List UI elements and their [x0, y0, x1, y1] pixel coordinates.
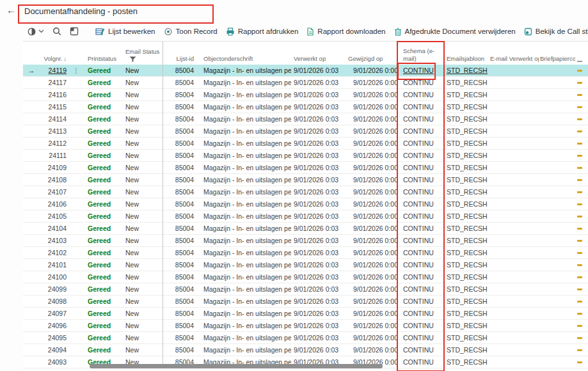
cell-verwerkt-op[interactable]: 9/01/2026 0:03 — [291, 186, 340, 198]
cell-gewijzigd-op[interactable]: 9/01/2026 0:00 — [340, 113, 402, 125]
cell-gewijzigd-op[interactable]: 9/01/2026 0:00 — [340, 198, 402, 210]
cell-emailsjabloon[interactable]: STD_RECSHIP — [443, 125, 488, 137]
cell-objectonderschrift[interactable]: Magazijn - In- en uitslagen per... — [198, 186, 291, 198]
cell-email-verwerkt-op[interactable] — [488, 125, 539, 137]
cell-schema-email[interactable]: CONTINU — [402, 174, 443, 186]
cell-briefpapiercode[interactable] — [539, 259, 575, 271]
cell-schema-email[interactable]: CONTINU — [402, 320, 443, 331]
cell-volgnr[interactable]: 24108 — [40, 174, 68, 186]
header-briefpapiercode[interactable]: Briefpapierco... — [539, 42, 575, 65]
cell-emailsjabloon[interactable]: STD_RECSHIP — [443, 89, 488, 100]
table-row[interactable]: → 24103 ⋮ Gereed New 85004 Magazijn - In… — [23, 235, 588, 247]
cell-lijst-id[interactable]: 85004 — [163, 150, 198, 161]
cell-objectonderschrift[interactable]: Magazijn - In- en uitslagen per... — [198, 162, 291, 173]
cell-volgnr[interactable]: 24109 — [40, 162, 68, 173]
header-volgnr[interactable]: Volgnr. ↓ — [40, 42, 68, 65]
cell-emailsjabloon[interactable]: STD_RECSHIP — [443, 198, 488, 210]
cell-briefpapiercode[interactable] — [539, 320, 575, 331]
cell-gewijzigd-op[interactable]: 9/01/2026 0:00 — [340, 89, 402, 100]
cell-email-status[interactable]: New — [123, 259, 163, 271]
cell-printstatus[interactable]: Gereed — [83, 308, 123, 319]
cell-objectonderschrift[interactable]: Magazijn - In- en uitslagen per... — [198, 150, 291, 161]
edit-list-button[interactable]: Lijst bewerken — [95, 28, 155, 36]
cell-verwerkt-op[interactable]: 9/01/2026 0:03 — [291, 150, 340, 161]
cell-email-status[interactable]: New — [123, 113, 163, 125]
cell-volgnr[interactable]: 24106 — [40, 198, 68, 210]
cell-verwerkt-op[interactable]: 9/01/2026 0:03 — [291, 332, 340, 343]
table-row[interactable]: → 24107 ⋮ Gereed New 85004 Magazijn - In… — [23, 186, 588, 198]
cell-verwerkt-op[interactable]: 9/01/2026 0:03 — [291, 247, 340, 258]
cell-emailsjabloon[interactable]: STD_RECSHIP — [443, 101, 488, 113]
cell-emailsjabloon[interactable]: STD_RECSHIP — [443, 235, 488, 246]
cell-email-verwerkt-op[interactable] — [488, 356, 539, 368]
cell-verwerkt-op[interactable]: 9/01/2026 0:03 — [291, 77, 340, 88]
table-row[interactable]: → 24116 ⋮ Gereed New 85004 Magazijn - In… — [23, 89, 588, 101]
cell-email-verwerkt-op[interactable] — [488, 344, 539, 356]
call-stack-button[interactable]: Bekijk de Call stack — [524, 28, 588, 36]
cell-briefpapiercode[interactable] — [539, 308, 575, 319]
cell-objectonderschrift[interactable]: Magazijn - In- en uitslagen per... — [198, 320, 291, 331]
cell-verwerkt-op[interactable]: 9/01/2026 0:03 — [291, 174, 340, 186]
table-row[interactable]: → 24113 ⋮ Gereed New 85004 Magazijn - In… — [23, 125, 588, 138]
cell-gewijzigd-op[interactable]: 9/01/2026 0:00 — [340, 247, 402, 258]
header-email-status[interactable]: Email Status — [123, 42, 163, 65]
cell-schema-email[interactable]: CONTINU — [402, 65, 443, 76]
cell-schema-email[interactable]: CONTINU — [402, 138, 443, 149]
cell-schema-email[interactable]: CONTINU — [402, 259, 443, 271]
cell-lijst-id[interactable]: 85004 — [163, 125, 198, 137]
cell-emailsjabloon[interactable]: STD_RECSHIP — [443, 308, 488, 319]
cell-email-status[interactable]: New — [123, 89, 163, 100]
cell-objectonderschrift[interactable]: Magazijn - In- en uitslagen per... — [198, 174, 291, 186]
cell-objectonderschrift[interactable]: Magazijn - In- en uitslagen per... — [198, 283, 291, 295]
cell-emailsjabloon[interactable]: STD_RECSHIP — [443, 259, 488, 271]
cell-printstatus[interactable]: Gereed — [83, 271, 123, 283]
cell-lijst-id[interactable]: 85004 — [163, 332, 198, 343]
cell-gewijzigd-op[interactable]: 9/01/2026 0:00 — [340, 150, 402, 161]
cell-schema-email[interactable]: CONTINU — [402, 332, 443, 343]
cell-email-status[interactable]: New — [123, 308, 163, 319]
cell-verwerkt-op[interactable]: 9/01/2026 0:03 — [291, 162, 340, 173]
cell-printstatus[interactable]: Gereed — [83, 223, 123, 234]
cell-printstatus[interactable]: Gereed — [83, 162, 123, 173]
cell-printstatus[interactable]: Gereed — [83, 332, 123, 343]
cell-volgnr[interactable]: 24103 — [40, 235, 68, 246]
cell-printstatus[interactable]: Gereed — [83, 320, 123, 331]
cell-lijst-id[interactable]: 85004 — [163, 101, 198, 113]
cell-objectonderschrift[interactable]: Magazijn - In- en uitslagen per... — [198, 271, 291, 283]
cell-briefpapiercode[interactable] — [539, 89, 575, 100]
cell-objectonderschrift[interactable]: Magazijn - In- en uitslagen per... — [198, 77, 291, 88]
cell-email-status[interactable]: New — [123, 296, 163, 307]
header-verwerkt-op[interactable]: Verwerkt op — [291, 42, 340, 65]
cell-emailsjabloon[interactable]: STD_RECSHIP — [443, 344, 488, 356]
cell-email-status[interactable]: New — [123, 283, 163, 295]
cell-email-verwerkt-op[interactable] — [488, 320, 539, 331]
cell-briefpapiercode[interactable] — [539, 223, 575, 234]
cell-verwerkt-op[interactable]: 9/01/2026 0:03 — [291, 125, 340, 137]
cell-printstatus[interactable]: Gereed — [83, 77, 123, 88]
cell-lijst-id[interactable]: 85004 — [163, 344, 198, 356]
cell-verwerkt-op[interactable]: 9/01/2026 0:03 — [291, 271, 340, 283]
cell-printstatus[interactable]: Gereed — [83, 150, 123, 161]
cell-volgnr[interactable]: 24102 — [40, 247, 68, 258]
cell-verwerkt-op[interactable]: 9/01/2026 0:03 — [291, 259, 340, 271]
cell-objectonderschrift[interactable]: Magazijn - In- en uitslagen per... — [198, 101, 291, 113]
cell-schema-email[interactable]: CONTINU — [402, 150, 443, 161]
cell-briefpapiercode[interactable] — [539, 332, 575, 343]
table-row[interactable]: → 24105 ⋮ Gereed New 85004 Magazijn - In… — [23, 210, 588, 223]
cell-lijst-id[interactable]: 85004 — [163, 259, 198, 271]
cell-email-verwerkt-op[interactable] — [488, 296, 539, 307]
table-row[interactable]: → 24096 ⋮ Gereed New 85004 Magazijn - In… — [23, 320, 588, 332]
header-emailsjabloon[interactable]: Emailsjabloon — [443, 42, 488, 65]
cell-volgnr[interactable]: 24107 — [40, 186, 68, 198]
cell-volgnr[interactable]: 24113 — [40, 125, 68, 137]
cell-schema-email[interactable]: CONTINU — [402, 271, 443, 283]
cell-volgnr[interactable]: 24105 — [40, 210, 68, 222]
cell-gewijzigd-op[interactable]: 9/01/2026 0:00 — [340, 210, 402, 222]
cell-lijst-id[interactable]: 85004 — [163, 113, 198, 125]
cell-email-status[interactable]: New — [123, 271, 163, 283]
cell-briefpapiercode[interactable] — [539, 283, 575, 295]
cell-objectonderschrift[interactable]: Magazijn - In- en uitslagen per... — [198, 89, 291, 100]
cell-emailsjabloon[interactable]: STD_RECSHIP — [443, 138, 488, 149]
cell-email-verwerkt-op[interactable] — [488, 332, 539, 343]
cell-email-status[interactable]: New — [123, 174, 163, 186]
